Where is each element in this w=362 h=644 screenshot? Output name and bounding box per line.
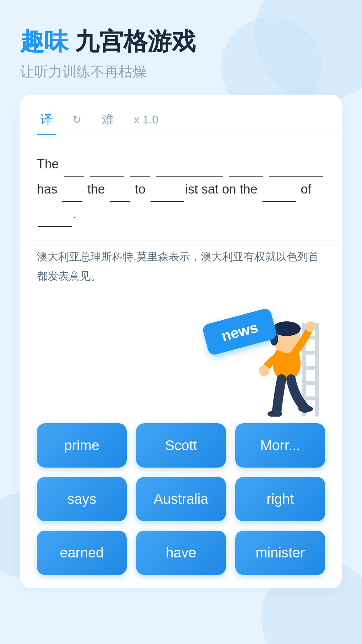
word-btn-prime[interactable]: prime [37,423,127,468]
svg-rect-6 [302,396,319,400]
character-svg [235,289,328,417]
blank-5 [229,152,263,177]
blank-11 [38,202,72,227]
tab-bar: 译 ↻ 难 x 1.0 [20,95,342,135]
word-btn-earned[interactable]: earned [37,531,127,575]
word-btn-right[interactable]: right [235,477,325,521]
svg-point-11 [305,321,316,332]
title-highlight: 趣味 [20,28,68,55]
blank-1 [64,152,84,177]
blank-10 [262,177,296,202]
tab-refresh[interactable]: ↻ [69,107,85,133]
sentence-text: The has the to ist sat on the of [37,152,325,227]
word-btn-australia[interactable]: Australia [136,477,226,521]
tab-speed[interactable]: x 1.0 [130,106,162,133]
title-rest: 九宫格游戏 [68,28,196,55]
header: 趣味 九宫格游戏 让听力训练不再枯燥 [20,27,342,81]
word-btn-minister[interactable]: minister [235,531,325,575]
svg-rect-4 [302,366,319,370]
svg-rect-3 [302,351,319,355]
blank-3 [130,152,150,177]
blank-6 [269,152,323,177]
page-title: 趣味 九宫格游戏 [20,27,342,56]
translation-text: 澳大利亚总理斯科特.莫里森表示，澳大利亚有权就以色列首都发表意见。 [37,247,325,286]
svg-rect-5 [302,381,319,385]
word-grid: prime Scott Morr... says Australia right… [20,423,342,575]
tab-translate[interactable]: 译 [37,105,56,135]
blank-9 [150,177,184,202]
illustration-area: news [20,309,342,417]
the-of-text: of [301,182,311,196]
blank-7 [62,177,82,202]
word-btn-says[interactable]: says [37,477,127,521]
word-btn-morrison[interactable]: Morr... [235,423,325,468]
word-btn-scott[interactable]: Scott [136,423,226,468]
svg-point-12 [259,365,269,376]
blank-4 [156,152,223,177]
sentence-area: The has the to ist sat on the of [20,135,342,237]
blank-2 [90,152,124,177]
tab-hard[interactable]: 难 [98,105,117,135]
word-btn-have[interactable]: have [136,531,226,575]
blank-8 [110,177,130,202]
svg-point-14 [298,406,313,412]
character-illustration [235,289,328,417]
page-subtitle: 让听力训练不再枯燥 [20,62,342,81]
game-card: 译 ↻ 难 x 1.0 The has the to [20,95,342,588]
